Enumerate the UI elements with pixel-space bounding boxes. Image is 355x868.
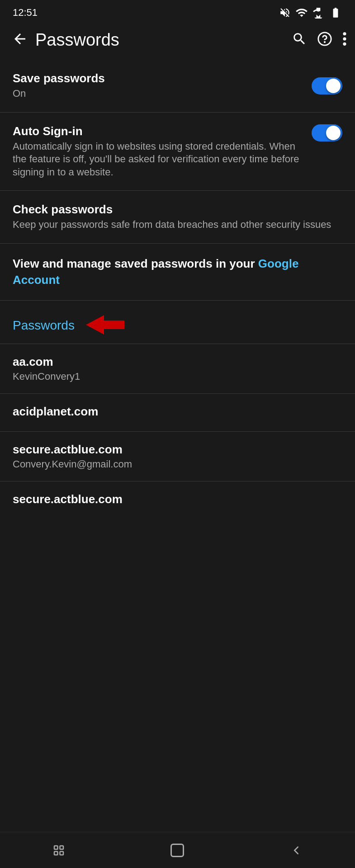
password-domain-actblue-2: secure.actblue.com	[13, 492, 342, 506]
svg-rect-7	[60, 846, 63, 849]
svg-point-3	[343, 37, 346, 40]
recents-button[interactable]	[34, 838, 84, 863]
status-bar: 12:51	[0, 0, 355, 24]
auto-signin-text: Auto Sign-in Automatically sign in to we…	[13, 124, 312, 179]
passwords-section-header: Passwords	[0, 301, 355, 344]
check-passwords-title: Check passwords	[13, 203, 342, 217]
password-item-actblue-2[interactable]: secure.actblue.com	[0, 481, 355, 519]
save-passwords-setting[interactable]: Save passwords On	[0, 60, 355, 112]
save-passwords-status: On	[13, 87, 303, 100]
page-title: Passwords	[35, 30, 292, 50]
red-arrow-icon	[84, 312, 124, 339]
svg-point-2	[343, 32, 346, 35]
save-passwords-toggle[interactable]	[312, 77, 342, 94]
navigation-bar	[0, 832, 355, 868]
status-time: 12:51	[13, 7, 38, 19]
home-button[interactable]	[151, 837, 204, 864]
toolbar: Passwords	[0, 24, 355, 60]
password-item-acidplanet[interactable]: acidplanet.com	[0, 394, 355, 431]
auto-signin-toggle[interactable]	[312, 124, 342, 142]
save-passwords-title: Save passwords	[13, 71, 303, 85]
password-item-actblue-1[interactable]: secure.actblue.com Convery.Kevin@gmail.c…	[0, 432, 355, 481]
password-item-aa[interactable]: aa.com KevinConvery1	[0, 344, 355, 393]
svg-marker-5	[86, 315, 124, 335]
svg-rect-6	[54, 846, 58, 849]
auto-signin-setting[interactable]: Auto Sign-in Automatically sign in to we…	[0, 113, 355, 191]
signal-icon	[312, 7, 324, 19]
system-back-button[interactable]	[271, 838, 321, 863]
password-domain-acidplanet: acidplanet.com	[13, 405, 342, 419]
password-domain-aa: aa.com	[13, 355, 342, 369]
auto-signin-description: Automatically sign in to websites using …	[13, 140, 303, 179]
manage-text-static: View and manage saved passwords in your	[13, 257, 258, 270]
wifi-icon	[295, 6, 308, 19]
back-button[interactable]	[8, 27, 32, 52]
svg-rect-9	[60, 851, 63, 855]
password-username-actblue-1: Convery.Kevin@gmail.com	[13, 458, 342, 470]
view-manage-setting[interactable]: View and manage saved passwords in your …	[0, 244, 355, 300]
help-button[interactable]	[317, 31, 332, 48]
passwords-section-label[interactable]: Passwords	[13, 318, 75, 333]
toggle-knob	[326, 79, 341, 93]
svg-rect-10	[171, 844, 184, 856]
auto-signin-title: Auto Sign-in	[13, 124, 303, 138]
check-passwords-description: Keep your passwords safe from data breac…	[13, 218, 342, 231]
more-options-button[interactable]	[342, 31, 347, 48]
status-icons	[279, 6, 342, 19]
check-passwords-setting[interactable]: Check passwords Keep your passwords safe…	[0, 191, 355, 243]
search-button[interactable]	[292, 31, 307, 48]
mute-icon	[279, 7, 291, 19]
password-domain-actblue-1: secure.actblue.com	[13, 443, 342, 457]
password-username-aa: KevinConvery1	[13, 371, 342, 382]
auto-signin-toggle-knob	[326, 126, 341, 140]
svg-rect-8	[54, 851, 58, 855]
battery-icon	[329, 7, 342, 19]
svg-point-4	[343, 42, 346, 46]
save-passwords-text: Save passwords On	[13, 71, 312, 100]
manage-text: View and manage saved passwords in your …	[13, 255, 342, 288]
toolbar-actions	[292, 31, 347, 48]
